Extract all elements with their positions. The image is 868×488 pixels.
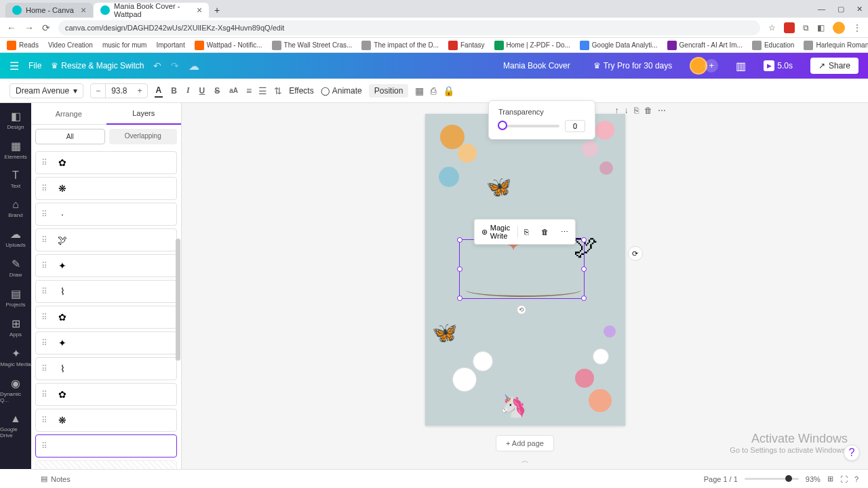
- layer-item[interactable]: ⠿✿: [35, 151, 177, 174]
- present-button[interactable]: ▶5.0s: [764, 60, 793, 71]
- spacing-button[interactable]: ⇅: [274, 85, 282, 96]
- delete-button[interactable]: 🗑: [536, 225, 554, 239]
- try-pro-button[interactable]: ♛Try Pro for 30 days: [593, 61, 673, 70]
- bookmark-item[interactable]: The impact of the D...: [361, 41, 439, 50]
- duplicate-button[interactable]: ⎘: [519, 225, 534, 239]
- grid-view-icon[interactable]: ⊞: [827, 474, 833, 483]
- url-input[interactable]: canva.com/design/DAGHD242wUs/2XUlIEKz-Xs…: [58, 20, 760, 35]
- bookmark-item[interactable]: Important: [156, 41, 184, 49]
- strikethrough-button[interactable]: S: [213, 85, 221, 97]
- undo-button[interactable]: ↶: [153, 60, 161, 71]
- duplicate-page-icon[interactable]: ⎘: [634, 106, 639, 115]
- canvas-area[interactable]: ↑ ↓ ⎘ 🗑 ⋯ 🦋 🦋: [182, 103, 868, 469]
- slider-handle[interactable]: [498, 121, 507, 130]
- star-icon[interactable]: ☆: [768, 23, 776, 33]
- delete-page-icon[interactable]: 🗑: [644, 106, 652, 115]
- layer-item[interactable]: ⠿❋: [35, 177, 177, 200]
- canvas-page[interactable]: ↑ ↓ ⎘ 🗑 ⋯ 🦋 🦋: [425, 114, 625, 426]
- letter-case-button[interactable]: aA: [228, 85, 239, 96]
- zoom-slider[interactable]: [745, 478, 799, 480]
- file-menu[interactable]: File: [28, 61, 41, 70]
- zoom-handle[interactable]: [785, 475, 792, 482]
- rotate-handle[interactable]: ⟲: [517, 305, 526, 314]
- notes-button[interactable]: ▤Notes: [41, 474, 71, 483]
- align-button[interactable]: ≡: [246, 85, 252, 96]
- filter-all[interactable]: All: [35, 129, 105, 144]
- resize-handle[interactable]: [457, 266, 462, 272]
- selection-box[interactable]: ⟲: [459, 239, 585, 299]
- analytics-icon[interactable]: ▥: [736, 60, 746, 73]
- rail-draw[interactable]: ✎Draw: [0, 253, 31, 282]
- copy-style-button[interactable]: ⎙: [431, 85, 436, 96]
- italic-button[interactable]: I: [185, 84, 191, 97]
- drag-handle-icon[interactable]: ⠿: [41, 312, 47, 322]
- minimize-icon[interactable]: —: [818, 5, 825, 14]
- tabs-icon[interactable]: ◧: [817, 23, 825, 33]
- layer-item[interactable]: ⠿✿: [35, 383, 177, 406]
- transparency-button[interactable]: ▦: [415, 85, 424, 96]
- resize-button[interactable]: ♛Resize & Magic Switch: [51, 61, 144, 70]
- bookmark-item[interactable]: Reads: [7, 41, 39, 50]
- rail-dynamic-qr[interactable]: ◉Dynamic Q...: [0, 373, 31, 407]
- underline-button[interactable]: U: [198, 85, 207, 97]
- rail-design[interactable]: ◧Design: [0, 106, 31, 134]
- close-icon[interactable]: ×: [197, 5, 202, 16]
- drag-handle-icon[interactable]: ⠿: [41, 441, 47, 451]
- share-button[interactable]: ↗Share: [810, 58, 859, 74]
- redo-button[interactable]: ↷: [171, 60, 179, 71]
- close-icon[interactable]: ×: [81, 5, 86, 16]
- rail-brand[interactable]: ⌂Brand: [0, 195, 31, 222]
- bookmark-item[interactable]: Video Creation: [48, 41, 93, 49]
- bookmark-item[interactable]: Harlequin Romanc...: [804, 41, 868, 50]
- drag-handle-icon[interactable]: ⠿: [41, 209, 47, 219]
- browser-tab[interactable]: Home - Canva ×: [5, 3, 93, 18]
- drag-handle-icon[interactable]: ⠿: [41, 184, 47, 193]
- font-selector[interactable]: Dream Avenue▾: [9, 83, 83, 98]
- animate-button[interactable]: ◯Animate: [321, 86, 362, 96]
- add-collaborator-button[interactable]: +: [705, 59, 718, 73]
- bookmark-item[interactable]: music for mum: [102, 41, 147, 49]
- layer-item-background[interactable]: [35, 460, 177, 469]
- regenerate-button[interactable]: ⟳: [628, 246, 643, 261]
- fullscreen-icon[interactable]: ⛶: [840, 475, 848, 483]
- rail-text[interactable]: TText: [0, 165, 31, 193]
- resize-handle[interactable]: [581, 296, 587, 301]
- bookmark-item[interactable]: Wattpad - Notific...: [195, 41, 262, 50]
- scrollbar[interactable]: [176, 239, 180, 361]
- resize-handle[interactable]: [581, 237, 587, 243]
- font-size-increase[interactable]: +: [133, 84, 147, 98]
- layer-item[interactable]: ⠿✦: [35, 331, 177, 354]
- drag-handle-icon[interactable]: ⠿: [41, 235, 47, 245]
- lock-button[interactable]: 🔒: [443, 85, 454, 96]
- forward-button[interactable]: →: [24, 22, 34, 33]
- layers-list[interactable]: ⠿✿ ⠿❋ ⠿· ⠿🕊 ⠿✦ ⠿⌇ ⠿✿ ⠿✦ ⠿⌇ ⠿✿ ⠿❋ ⠿: [31, 148, 181, 469]
- effects-button[interactable]: Effects: [289, 86, 313, 96]
- bookmark-item[interactable]: The Wall Street Cras...: [272, 41, 353, 50]
- extensions-icon[interactable]: ⧉: [803, 23, 809, 33]
- more-icon[interactable]: ⋯: [658, 106, 666, 115]
- new-tab-button[interactable]: +: [210, 3, 224, 18]
- layers-tab[interactable]: Layers: [106, 103, 182, 125]
- rail-google-drive[interactable]: ▲Google Drive: [0, 409, 31, 443]
- layer-item[interactable]: ⠿⌇: [35, 357, 177, 380]
- layer-item[interactable]: ⠿❋: [35, 409, 177, 432]
- menu-icon[interactable]: ⋮: [853, 23, 861, 33]
- magic-write-button[interactable]: ⊛Magic Write: [476, 221, 516, 243]
- font-size-decrease[interactable]: −: [91, 84, 106, 98]
- drag-handle-icon[interactable]: ⠿: [41, 287, 47, 296]
- bookmark-item[interactable]: Google Data Analyti...: [580, 41, 658, 50]
- text-color-button[interactable]: A: [155, 84, 163, 98]
- layer-item[interactable]: ⠿✦: [35, 254, 177, 277]
- bookmark-item[interactable]: Home | Z-PDF - Do...: [494, 41, 570, 50]
- drag-handle-icon[interactable]: ⠿: [41, 390, 47, 399]
- bold-button[interactable]: B: [170, 85, 178, 97]
- extension-icon[interactable]: [784, 22, 795, 33]
- rail-uploads[interactable]: ☁Uploads: [0, 224, 31, 252]
- transparency-input[interactable]: 0: [565, 120, 585, 132]
- layer-item-selected[interactable]: ⠿: [35, 434, 177, 458]
- rail-apps[interactable]: ⊞Apps: [0, 313, 31, 342]
- bookmark-item[interactable]: Gencraft - AI Art Im...: [667, 41, 743, 50]
- rail-magic-media[interactable]: ✦Magic Media: [0, 343, 31, 371]
- list-button[interactable]: ☰: [258, 85, 267, 96]
- help-floating-button[interactable]: ?: [844, 445, 860, 461]
